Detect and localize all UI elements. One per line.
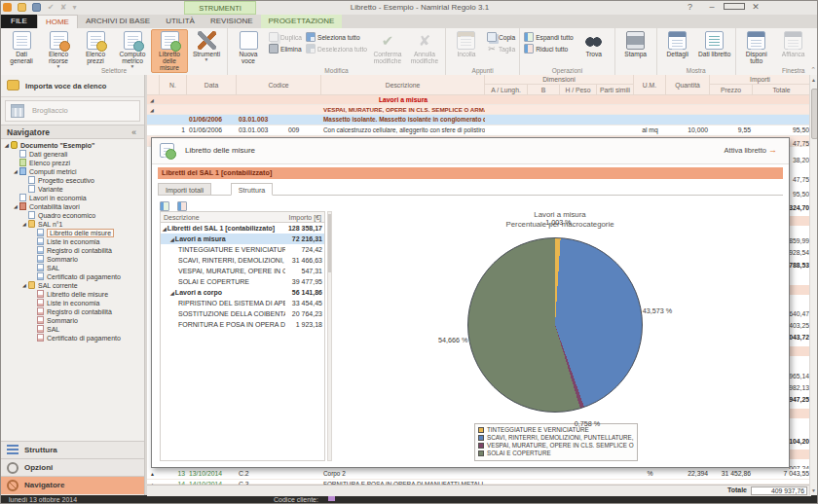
restore-button[interactable] — [724, 1, 743, 14]
sidebar-item-certificato-di-pagamento[interactable]: Certificato di pagamento — [1, 272, 144, 281]
nuova-voce-button[interactable]: Nuova voce — [230, 29, 267, 66]
affianca-button[interactable]: Affianca — [775, 29, 812, 59]
tree-col-descrizione[interactable]: Descrizione — [161, 212, 283, 223]
tree-scrollbar[interactable] — [327, 211, 332, 461]
column-header-codice[interactable]: Codice — [237, 75, 321, 95]
scroll-up-icon[interactable]: ▲ — [810, 77, 817, 83]
sidebar-item-documento-esempio[interactable]: ◢Documento "Esempio" — [1, 141, 144, 150]
dialog-tab-struttura[interactable]: Struttura — [231, 183, 274, 196]
copia-button[interactable]: Copia — [485, 31, 517, 43]
sidebar-item-registro-di-contabilit[interactable]: Registro di contabilità — [1, 246, 144, 255]
column-header-descrizione[interactable]: Descrizione — [321, 75, 485, 95]
sidebar-item-sal-corrente[interactable]: ◢SAL corrente — [1, 281, 144, 290]
sidebar-item-computi-metrici[interactable]: ◢Computi metrici — [1, 167, 144, 176]
structure-row-libretti-del-sal-1-contabilizz[interactable]: ◢Libretti del SAL 1 [contabilizzato]128 … — [161, 223, 324, 234]
annulla-modifiche-button[interactable]: ✘Annulla modifiche — [406, 29, 443, 66]
close-button[interactable]: ✕ — [746, 1, 765, 14]
column-header-totale[interactable]: Totale — [753, 85, 811, 95]
structure-row-ripristino-del-sistema-di-aper[interactable]: RIPRISTINO DEL SISTEMA DI APERTI.33 454,… — [161, 298, 324, 308]
structure-row-tinteggiature-e-verniciature[interactable]: TINTEGGIATURE E VERNICIATURE724,42 — [161, 244, 324, 255]
tab-revisione[interactable]: REVISIONE — [203, 15, 261, 28]
seleziona-tutto-button[interactable]: Seleziona tutto — [304, 31, 369, 43]
column-header-b[interactable]: B — [528, 85, 560, 95]
tree-col-importo[interactable]: Importo [€] — [283, 212, 324, 223]
column-header-data[interactable]: Data — [187, 75, 237, 95]
sidebar-item-progetto-esecutivo[interactable]: Progetto esecutivo — [1, 176, 144, 185]
sidebar-button-navigatore[interactable]: Navigatore — [1, 476, 144, 494]
incolla-button[interactable]: Incolla — [448, 29, 485, 59]
structure-row-sostituzione-della-coibentazio[interactable]: SOSTITUZIONE DELLA COIBENTAZIO20 764,23 — [161, 308, 324, 319]
sidebar-item-sal[interactable]: SAL — [1, 325, 144, 334]
sidebar-item-registro-di-contabilit[interactable]: Registro di contabilità — [1, 307, 144, 316]
attiva-libretto-link[interactable]: Attiva libretto → — [725, 145, 777, 155]
tree-expander-icon[interactable]: ◢ — [170, 290, 174, 296]
riduci-tutto-button[interactable]: Riduci tutto — [522, 43, 576, 54]
sidebar-item-liste-in-economia[interactable]: Liste in economia — [1, 299, 144, 307]
trova-button[interactable]: Trova — [576, 29, 613, 59]
column-header-dimensioni[interactable]: Dimensioni — [485, 75, 634, 85]
tab-file[interactable]: FILE — [1, 15, 37, 28]
table-vertical-scrollbar[interactable]: ▲ ▼ — [809, 75, 817, 495]
elimina-button[interactable]: Elimina — [267, 43, 304, 54]
structure-row-fornitura-e-posa-in-opera-di-m[interactable]: FORNITURA E POSA IN OPERA DI MA1 923,18 — [161, 319, 324, 330]
cambia-finestra-button[interactable]: Cambia finestra▾ — [812, 29, 818, 72]
tree-expander-icon[interactable]: ◢ — [163, 226, 167, 232]
sidebar-item-sommario[interactable]: Sommario — [1, 255, 144, 264]
elenco-risorse-button[interactable]: Elenco risorse▾ — [40, 29, 77, 72]
stampa-button[interactable]: Stampa — [617, 29, 654, 59]
sidebar-item-dati-generali[interactable]: Dati generali — [1, 150, 144, 159]
elenco-prezzi-button[interactable]: Elenco prezzi — [77, 29, 114, 66]
column-header-prezzo[interactable]: Prezzo — [710, 85, 753, 95]
importa-voce-button[interactable]: Importa voce da elenco — [1, 77, 144, 97]
tab-archivi-di-base[interactable]: ARCHIVI DI BASE — [78, 15, 158, 28]
scroll-down-icon[interactable]: ▼ — [810, 487, 817, 493]
structure-row-solai-e-coperture[interactable]: SOLAI E COPERTURE39 477,95 — [161, 276, 324, 287]
sidebar-item-certificato-di-pagamento[interactable]: Certificato di pagamento — [1, 334, 144, 342]
dialog-tab-importi-totali[interactable]: Importi totali — [158, 183, 211, 196]
structure-row-vespai-murature-opere-in-cls[interactable]: VESPAI, MURATURE, OPERE IN CLS.547,31 — [161, 266, 324, 276]
tab-progettazione[interactable]: PROGETTAZIONE — [261, 15, 343, 28]
computo-metrico-button[interactable]: Computo metrico▾ — [114, 29, 151, 72]
sidebar-item-quadro-economico[interactable]: Quadro economico — [1, 211, 144, 220]
conferma-modifiche-button[interactable]: ✔Conferma modifiche — [369, 29, 406, 66]
help-button[interactable]: ? — [680, 1, 699, 14]
strumenti-button[interactable]: Strumenti▾ — [188, 29, 225, 65]
taglia-button[interactable]: ✂Taglia — [485, 43, 517, 54]
column-header-n[interactable]: N. — [160, 75, 187, 95]
tab-home[interactable]: HOME — [37, 15, 78, 28]
sidebar-item-lavori-in-economia[interactable]: Lavori in economia — [1, 194, 144, 202]
sidebar-button-opzioni[interactable]: Opzioni — [1, 458, 144, 477]
sidebar-item-sal-n-1[interactable]: ◢SAL n°1 — [1, 220, 144, 229]
column-header-um[interactable]: U.M. — [634, 75, 666, 95]
structure-row-lavori-a-misura[interactable]: ◢Lavori a misura72 216,31 — [161, 234, 324, 244]
espandi-tutto-button[interactable]: Espandi tutto — [522, 31, 576, 43]
structure-row-lavori-a-corpo[interactable]: ◢Lavori a corpo56 141,86 — [161, 287, 324, 298]
sidebar-button-struttura[interactable]: Struttura — [1, 441, 144, 459]
collapse-panel-icon[interactable]: « — [131, 126, 136, 139]
column-header-a-lungh[interactable]: A / Lungh. — [485, 85, 528, 95]
sidebar-item-sommario[interactable]: Sommario — [1, 316, 144, 325]
structure-row-scavi-rinterri-demolizioni-pu[interactable]: SCAVI, RINTERRI, DEMOLIZIONI, PU31 466,6… — [161, 255, 324, 266]
dati-libretto-button[interactable]: Dati libretto — [696, 29, 733, 59]
dettagli-button[interactable]: Dettagli — [659, 29, 696, 59]
expand-all-icon[interactable] — [160, 201, 169, 211]
sidebar-item-contabilit-lavori[interactable]: ◢Contabilità lavori — [1, 202, 144, 211]
disponi-tutto-button[interactable]: Disponi tutto — [738, 29, 775, 66]
sidebar-item-libretto-delle-misure[interactable]: Libretto delle misure — [1, 229, 144, 237]
deseleziona-tutto-button[interactable]: Deseleziona tutto — [304, 43, 369, 54]
tab-utilit[interactable]: UTILITÀ — [158, 15, 203, 28]
dati-generali-button[interactable]: Dati generali — [3, 29, 40, 66]
brogliaccio-button[interactable]: Brogliaccio — [5, 100, 140, 122]
column-header-marker[interactable] — [147, 75, 160, 95]
scrollbar-thumb[interactable] — [811, 89, 818, 139]
tree-expander-icon[interactable]: ◢ — [170, 236, 174, 242]
column-header-importi[interactable]: Importi — [710, 75, 811, 85]
panel-splitter[interactable] — [145, 75, 147, 495]
save-icon[interactable] — [32, 3, 41, 12]
sidebar-item-sal[interactable]: SAL — [1, 264, 144, 272]
sidebar-item-variante[interactable]: Variante — [1, 185, 144, 194]
sidebar-item-liste-in-economia[interactable]: Liste in economia — [1, 237, 144, 246]
column-header-h-peso[interactable]: H / Peso — [560, 85, 597, 95]
collapse-all-icon[interactable] — [177, 201, 187, 211]
sidebar-item-libretto-delle-misure[interactable]: Libretto delle misure — [1, 290, 144, 299]
